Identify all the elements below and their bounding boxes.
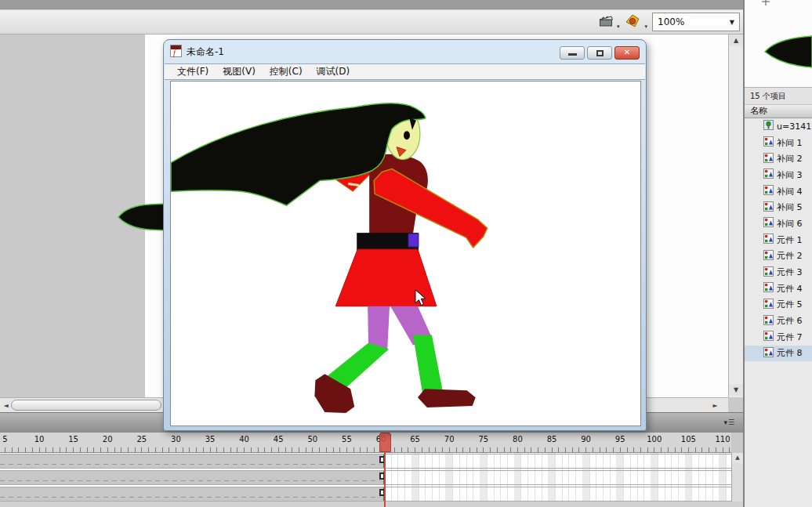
minimize-button[interactable] <box>560 46 585 60</box>
frame-number-label: 70 <box>444 435 455 444</box>
close-button[interactable]: ✕ <box>614 46 640 60</box>
library-item-count: 15 个项目 <box>745 88 812 105</box>
frame-number-label: 5 <box>2 435 7 444</box>
library-item[interactable]: 元件 6 <box>745 313 812 329</box>
menu-file[interactable]: 文件(F) <box>170 65 216 78</box>
library-item-label: 补间 5 <box>777 201 803 213</box>
library-item[interactable]: 元件 8 <box>745 346 812 362</box>
scroll-up-icon[interactable]: ▲ <box>732 453 743 463</box>
library-item-label: u=3141 <box>777 121 811 132</box>
playhead[interactable] <box>379 433 391 452</box>
graphic-symbol-icon <box>763 266 774 279</box>
library-item[interactable]: 补间 3 <box>745 167 812 183</box>
frame-number-label: 90 <box>581 435 591 444</box>
edit-symbols-icon[interactable] <box>624 13 641 31</box>
library-item[interactable]: 补间 2 <box>745 150 812 167</box>
timeline-vertical-scrollbar[interactable]: ▲ <box>731 453 743 502</box>
library-item-label: 补间 4 <box>777 186 803 197</box>
library-item[interactable]: 元件 3 <box>745 264 812 281</box>
library-item-label: 元件 4 <box>777 283 803 295</box>
player-content-area[interactable] <box>170 81 641 426</box>
frame-number-label: 110 <box>715 435 730 444</box>
library-item-label: 补间 6 <box>777 218 803 230</box>
playhead-line <box>384 452 386 507</box>
tween-frame-span[interactable] <box>0 471 384 484</box>
frame-number-label: 85 <box>547 435 557 444</box>
scene-clapperboard-icon[interactable] <box>598 13 614 31</box>
frame-number-label: 80 <box>513 435 523 444</box>
edit-bar: ▾ ▾ 100% ▼ <box>0 10 743 34</box>
frame-number-label: 20 <box>103 435 113 444</box>
horizontal-scroll-thumb[interactable] <box>11 400 161 411</box>
frame-number-label: 10 <box>34 435 45 444</box>
frame-number-label: 30 <box>171 435 181 444</box>
library-item[interactable]: 补间 1 <box>745 135 812 151</box>
frame-number-label: 45 <box>274 435 284 444</box>
library-item-label: 元件 2 <box>777 250 803 262</box>
frame-number-label: 95 <box>615 435 625 444</box>
symbols-menu-caret-icon[interactable]: ▾ <box>644 24 647 30</box>
library-item[interactable]: 元件 5 <box>745 297 812 313</box>
timeline-layer-row[interactable] <box>0 454 731 469</box>
library-item[interactable]: 补间 5 <box>745 199 812 215</box>
library-item[interactable]: u=3141 <box>745 118 812 135</box>
frame-number-label: 55 <box>342 435 352 444</box>
zoom-level-value: 100% <box>658 16 684 27</box>
player-window-title: 未命名-1 <box>187 45 224 59</box>
frame-number-label: 15 <box>68 435 78 444</box>
scroll-left-icon[interactable]: ◄ <box>0 400 12 411</box>
graphic-symbol-icon <box>763 201 774 214</box>
library-item-label: 元件 6 <box>777 315 803 327</box>
library-item-label: 补间 3 <box>777 169 803 181</box>
library-item-label: 元件 3 <box>777 266 803 278</box>
player-window-titlebar[interactable]: f 未命名-1 ✕ <box>164 40 646 63</box>
stage-vertical-scrollbar[interactable]: ▲ ▼ <box>728 34 743 397</box>
menu-debug[interactable]: 调试(D) <box>310 65 357 78</box>
zoom-level-combo[interactable]: 100% ▼ <box>652 13 740 31</box>
scene-menu-caret-icon[interactable]: ▾ <box>617 24 620 30</box>
menu-control[interactable]: 控制(C) <box>263 65 310 78</box>
frame-number-label: 50 <box>307 435 317 444</box>
graphic-symbol-icon <box>763 217 774 230</box>
frame-number-label: 75 <box>478 435 488 444</box>
minimize-icon <box>568 53 577 56</box>
scroll-down-icon[interactable]: ▼ <box>729 384 743 396</box>
timeline-layer-row[interactable] <box>0 470 731 485</box>
combo-dropdown-icon[interactable]: ▼ <box>730 19 734 26</box>
library-item-label: 元件 8 <box>777 347 803 359</box>
graphic-symbol-icon <box>763 331 774 343</box>
library-item-label: 元件 5 <box>777 299 803 310</box>
timeline-layer-row[interactable] <box>0 487 731 502</box>
frame-number-label: 25 <box>136 435 147 444</box>
timeline-ruler[interactable]: 5101520253035404550556065707580859095100… <box>0 433 731 453</box>
menu-view[interactable]: 视图(V) <box>216 65 263 78</box>
player-menubar: 文件(F) 视图(V) 控制(C) 调试(D) <box>165 63 645 80</box>
library-item[interactable]: 元件 2 <box>745 248 812 265</box>
tween-frame-span[interactable] <box>0 487 384 501</box>
library-item[interactable]: 元件 1 <box>745 232 812 248</box>
panel-menu-icon[interactable]: ▾☰ <box>723 418 735 426</box>
graphic-symbol-icon <box>763 185 774 197</box>
flash-ide-app: ▾ ▾ 100% ▼ ▲ ▼ ◄ ► ▾☰ <box>0 0 812 507</box>
scroll-up-icon[interactable]: ▲ <box>729 34 743 46</box>
graphic-symbol-icon <box>763 168 774 181</box>
tween-frame-span[interactable] <box>0 454 384 468</box>
library-name-column-header[interactable]: 名称 <box>745 105 812 118</box>
library-item-label: 元件 7 <box>777 331 803 343</box>
library-item[interactable]: 元件 4 <box>745 281 812 297</box>
library-item[interactable]: 元件 7 <box>745 329 812 346</box>
library-preview-pane[interactable] <box>745 0 812 88</box>
graphic-symbol-icon <box>763 153 774 165</box>
library-item[interactable]: 补间 4 <box>745 183 812 200</box>
timeline-bottom-strip <box>0 502 743 507</box>
scroll-right-icon[interactable]: ► <box>709 400 721 411</box>
library-item-label: 补间 1 <box>777 137 803 149</box>
frame-number-label: 100 <box>647 435 662 444</box>
graphic-symbol-icon <box>763 250 774 263</box>
graphic-symbol-icon <box>763 234 774 246</box>
restore-button[interactable] <box>587 46 612 60</box>
window-top-strip <box>0 0 743 10</box>
timeline-frames[interactable] <box>0 453 731 502</box>
flash-document-icon: f <box>170 45 182 60</box>
library-item[interactable]: 补间 6 <box>745 215 812 232</box>
